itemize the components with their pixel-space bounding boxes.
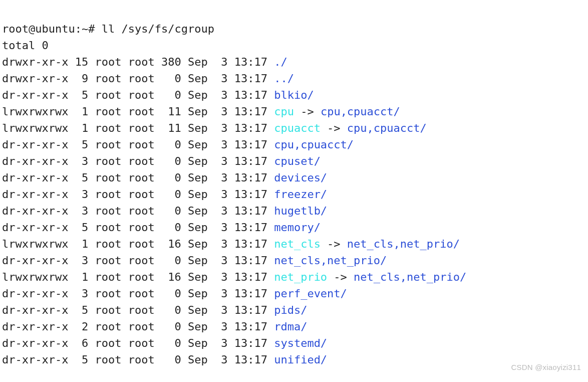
perms: dr-xr-xr-x bbox=[2, 320, 68, 333]
owner: root bbox=[95, 171, 121, 184]
prompt-cwd: ~ bbox=[82, 23, 88, 35]
size: 0 bbox=[161, 171, 181, 184]
links: 1 bbox=[75, 122, 89, 134]
file-name: net_cls,net_prio/ bbox=[274, 254, 387, 267]
links: 5 bbox=[75, 221, 89, 234]
perms: dr-xr-xr-x bbox=[2, 221, 68, 234]
month: Sep bbox=[188, 138, 208, 151]
time: 13:17 bbox=[234, 238, 267, 250]
owner: root bbox=[95, 72, 121, 85]
time: 13:17 bbox=[234, 155, 267, 167]
listing-row: dr-xr-xr-x 3 root root 0 Sep 3 13:17 cpu… bbox=[2, 155, 321, 167]
file-name: ./ bbox=[274, 56, 287, 68]
day: 3 bbox=[214, 155, 228, 167]
month: Sep bbox=[188, 287, 208, 300]
perms: lrwxrwxrwx bbox=[2, 122, 68, 134]
listing-row: dr-xr-xr-x 3 root root 0 Sep 3 13:17 net… bbox=[2, 254, 387, 267]
listing-row: dr-xr-xr-x 3 root root 0 Sep 3 13:17 hug… bbox=[2, 205, 327, 217]
links: 6 bbox=[75, 337, 89, 349]
group: root bbox=[128, 155, 155, 167]
day: 3 bbox=[214, 105, 228, 118]
listing-row: dr-xr-xr-x 2 root root 0 Sep 3 13:17 rdm… bbox=[2, 320, 307, 333]
owner: root bbox=[95, 221, 121, 234]
owner: root bbox=[95, 238, 121, 250]
file-name: unified/ bbox=[274, 353, 327, 366]
day: 3 bbox=[214, 56, 228, 68]
file-name: net_prio bbox=[274, 271, 327, 283]
size: 0 bbox=[161, 89, 181, 101]
owner: root bbox=[95, 105, 121, 118]
group: root bbox=[128, 271, 155, 283]
watermark: CSDN @xiaoyizi311 bbox=[511, 362, 581, 373]
perms: dr-xr-xr-x bbox=[2, 171, 68, 184]
listing-row: lrwxrwxrwx 1 root root 11 Sep 3 13:17 cp… bbox=[2, 122, 427, 134]
symlink-arrow: -> bbox=[294, 105, 321, 118]
month: Sep bbox=[188, 155, 208, 167]
day: 3 bbox=[214, 89, 228, 101]
perms: dr-xr-xr-x bbox=[2, 287, 68, 300]
file-name: hugetlb/ bbox=[274, 205, 327, 217]
group: root bbox=[128, 138, 155, 151]
time: 13:17 bbox=[234, 271, 267, 283]
group: root bbox=[128, 105, 155, 118]
size: 0 bbox=[161, 138, 181, 151]
links: 3 bbox=[75, 188, 89, 201]
group: root bbox=[128, 238, 155, 250]
prompt-symbol: # bbox=[88, 23, 95, 35]
size: 0 bbox=[161, 155, 181, 167]
symlink-arrow: -> bbox=[327, 271, 354, 283]
day: 3 bbox=[214, 122, 228, 134]
size: 0 bbox=[161, 287, 181, 300]
file-name: cpu,cpuacct/ bbox=[274, 138, 354, 151]
listing-row: lrwxrwxrwx 1 root root 16 Sep 3 13:17 ne… bbox=[2, 271, 466, 283]
size: 380 bbox=[161, 56, 181, 68]
time: 13:17 bbox=[234, 188, 267, 201]
owner: root bbox=[95, 254, 121, 267]
listing: drwxr-xr-x 15 root root 380 Sep 3 13:17 … bbox=[2, 54, 588, 368]
total-line: total 0 bbox=[2, 39, 49, 52]
listing-row: dr-xr-xr-x 3 root root 0 Sep 3 13:17 fre… bbox=[2, 188, 327, 201]
group: root bbox=[128, 304, 155, 316]
month: Sep bbox=[188, 122, 208, 134]
perms: dr-xr-xr-x bbox=[2, 304, 68, 316]
day: 3 bbox=[214, 320, 228, 333]
month: Sep bbox=[188, 221, 208, 234]
size: 0 bbox=[161, 304, 181, 316]
perms: dr-xr-xr-x bbox=[2, 254, 68, 267]
file-name: cpu bbox=[274, 105, 294, 118]
terminal-output: root@ubuntu:~# ll /sys/fs/cgroup total 0… bbox=[0, 0, 588, 368]
group: root bbox=[128, 72, 155, 85]
symlink-target: net_cls,net_prio/ bbox=[347, 238, 460, 250]
owner: root bbox=[95, 304, 121, 316]
group: root bbox=[128, 89, 155, 101]
size: 16 bbox=[161, 238, 181, 250]
listing-row: dr-xr-xr-x 6 root root 0 Sep 3 13:17 sys… bbox=[2, 337, 327, 349]
month: Sep bbox=[188, 238, 208, 250]
links: 3 bbox=[75, 254, 89, 267]
day: 3 bbox=[214, 271, 228, 283]
size: 0 bbox=[161, 205, 181, 217]
time: 13:17 bbox=[234, 72, 267, 85]
perms: lrwxrwxrwx bbox=[2, 238, 68, 250]
time: 13:17 bbox=[234, 304, 267, 316]
file-name: cpuset/ bbox=[274, 155, 321, 167]
group: root bbox=[128, 254, 155, 267]
symlink-arrow: -> bbox=[321, 122, 347, 134]
day: 3 bbox=[214, 287, 228, 300]
month: Sep bbox=[188, 254, 208, 267]
size: 16 bbox=[161, 271, 181, 283]
perms: drwxr-xr-x bbox=[2, 56, 68, 68]
symlink-target: cpu,cpuacct/ bbox=[321, 105, 400, 118]
month: Sep bbox=[188, 56, 208, 68]
size: 11 bbox=[161, 105, 181, 118]
perms: dr-xr-xr-x bbox=[2, 205, 68, 217]
owner: root bbox=[95, 89, 121, 101]
prompt-userhost: root@ubuntu bbox=[2, 23, 75, 35]
size: 0 bbox=[161, 320, 181, 333]
links: 3 bbox=[75, 287, 89, 300]
owner: root bbox=[95, 138, 121, 151]
links: 5 bbox=[75, 353, 89, 366]
owner: root bbox=[95, 353, 121, 366]
month: Sep bbox=[188, 353, 208, 366]
perms: dr-xr-xr-x bbox=[2, 89, 68, 101]
